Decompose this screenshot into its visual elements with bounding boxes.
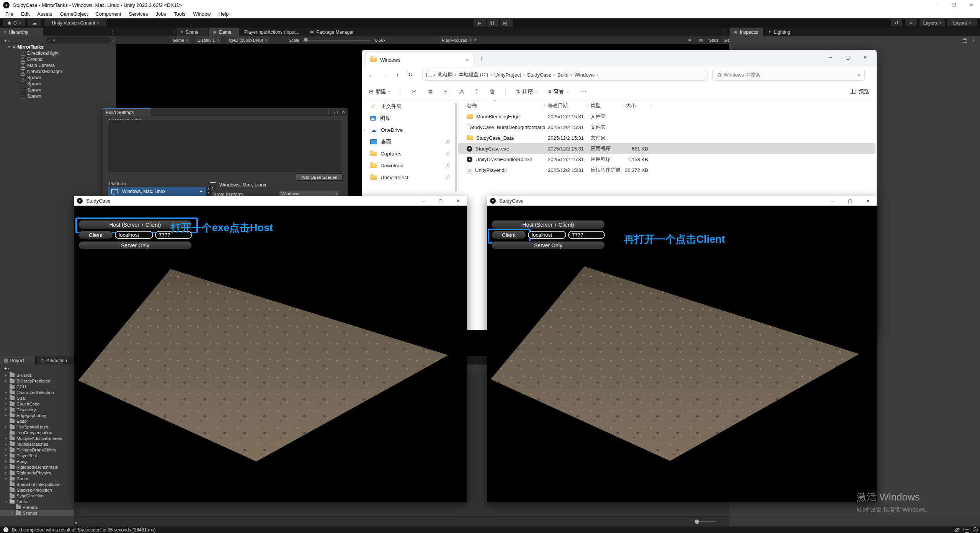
preview-button[interactable]: 预览 [850,88,869,95]
breadcrumb-item[interactable]: 此电脑› [435,71,456,78]
status-message[interactable]: Build completed with a result of 'Succee… [12,527,155,533]
port-input[interactable] [568,231,605,239]
tab-project[interactable]: ▤Project [0,356,35,365]
sidebar-item[interactable]: › 主文件夹 [362,100,457,112]
view-dropdown[interactable]: ≡查看 [548,88,569,95]
breadcrumb-item[interactable]: 本地磁盘 (C:)› [456,71,492,78]
sidebar-item[interactable]: › UnityProject [362,172,457,183]
scroll-down-icon[interactable]: ▼ [74,521,78,525]
layers-dropdown[interactable]: Layers [920,19,945,26]
hierarchy-item-row[interactable]: Main Camera [0,62,116,69]
debug-icon[interactable]: ✳ [474,36,477,44]
tab-scene[interactable]: #Scene [177,28,208,36]
menu-item[interactable]: Assets [33,11,56,17]
project-folder-row[interactable]: EdgegapLobby [0,412,74,418]
expand-arrow-icon[interactable] [5,471,10,474]
project-folder-row[interactable]: RigidbodyBenchmark [0,464,74,470]
menu-item[interactable]: GameObject [56,11,91,17]
close-icon[interactable]: ✕ [342,110,345,114]
address-input[interactable] [528,231,566,239]
project-folder-row[interactable]: RigidbodyPhysics [0,470,74,476]
file-row[interactable]: MonoBleedingEdge 2025/12/2 15:31 文件夹 [458,111,875,122]
expand-arrow-icon[interactable]: ▼ [7,45,11,49]
tab-game[interactable]: ◉Game [209,28,239,36]
project-folder-row[interactable]: Pong [0,458,74,464]
step-button[interactable]: ▶▏ [500,19,513,27]
maximize-icon[interactable]: ▢ [839,50,856,65]
platform-item-selected[interactable]: Windows, Mac, Linux ✦ [108,187,206,196]
project-folder-row[interactable]: HexSpatialHash [0,424,74,430]
column-type[interactable]: 类型 [588,102,623,109]
delete-icon[interactable]: 🗑 [490,88,495,95]
column-date[interactable]: 修改日期 [545,102,588,109]
minimize-icon[interactable]: ─ [414,196,432,206]
project-folder-row[interactable]: Snapshot Interpolation [0,481,74,487]
undo-history-button[interactable]: ↺ [891,19,902,26]
hierarchy-scene-row[interactable]: ▼ ✶ MirrorTanks [0,44,116,50]
project-folder-row[interactable]: CouchCoop [0,401,74,407]
project-folder-row[interactable]: SyncDirection [0,493,74,499]
file-row[interactable]: StudyCase.exe 2025/12/2 15:31 应用程序 651 K… [458,143,875,154]
expand-arrow-icon[interactable] [5,500,10,503]
hierarchy-item-row[interactable]: Ground [0,56,116,62]
expand-arrow-icon[interactable] [5,425,10,428]
back-icon[interactable]: ← [365,72,378,78]
lock-icon[interactable] [963,39,967,43]
expand-arrow-icon[interactable] [5,396,10,400]
sidebar-item[interactable]: › Captures [362,148,457,160]
expand-arrow-icon[interactable] [5,414,10,417]
explorer-search-input[interactable] [717,72,858,78]
file-row[interactable]: StudyCase_Data 2025/12/2 15:31 文件夹 [458,132,875,143]
expand-arrow-icon[interactable] [11,511,16,515]
expand-arrow-icon[interactable] [5,477,10,480]
project-folder-row[interactable]: StackedPrediction [0,487,74,493]
hierarchy-item-row[interactable]: Spawn [0,75,116,81]
file-row[interactable]: UnityPlayer.dll 2025/12/2 15:31 应用程序扩展 3… [458,165,875,175]
server-only-button[interactable]: Server Only [492,241,605,249]
hierarchy-item-row[interactable]: Spawn [0,81,116,87]
menu-item[interactable]: File [2,11,17,17]
maximize-icon[interactable]: ▢ [334,110,338,114]
project-folder-row[interactable]: CCU [0,384,74,389]
sidebar-item[interactable]: › 桌面 [362,136,457,148]
sidebar-item[interactable]: › 图库 [362,112,457,124]
address-input[interactable] [115,231,153,239]
more-icon[interactable]: ⋯ [581,88,586,95]
breadcrumb-item[interactable]: UnityProject› [492,71,525,78]
scale-slider[interactable] [303,40,371,41]
cloud-button[interactable]: ☁ [28,19,41,26]
project-folder-row[interactable]: Editor [0,418,74,424]
breadcrumb-item[interactable]: Windows› [572,71,598,78]
add-asset-button[interactable]: ＋▾ [3,365,10,372]
expand-arrow-icon[interactable] [5,448,10,451]
close-icon[interactable]: ✕ [963,0,980,10]
hierarchy-item-row[interactable]: Directional light [0,50,116,56]
breadcrumb-item[interactable]: Build› [555,71,572,78]
sort-dropdown[interactable]: ⇅排序 [516,88,538,95]
sidebar-item[interactable]: › Download [362,160,457,172]
maximize-icon[interactable]: ▢ [841,196,859,206]
expand-arrow-icon[interactable] [5,379,10,383]
server-only-button[interactable]: Server Only [78,241,192,249]
display-dropdown[interactable]: Display 1 [195,36,221,44]
tab-package-manager[interactable]: ▣Package Manager [306,28,364,36]
panel-menu-icon[interactable]: ⋮ [972,38,976,43]
build-settings-tab[interactable]: Build Settings [103,108,151,116]
menu-item[interactable]: Jobs [152,11,170,17]
expand-arrow-icon[interactable] [5,442,10,446]
file-row[interactable]: UnityCrashHandler64.exe 2025/12/2 15:31 … [458,154,875,165]
client-button[interactable]: Client [78,231,113,239]
project-folder-row[interactable]: PlayerTest [0,453,74,458]
explorer-tab[interactable]: Windows ✕ [366,53,473,67]
hierarchy-search[interactable]: ⌕ [46,37,112,43]
progress-check-icon[interactable]: ✓ [973,527,978,532]
new-button[interactable]: ⊕新建 [369,88,390,95]
breadcrumb-item[interactable]: StudyCase› [525,71,555,78]
menu-item[interactable]: Tools [170,11,189,17]
project-folder-row[interactable]: PickupsDropsChilds [0,447,74,453]
paste-icon[interactable]: ⎗ [444,88,448,95]
column-name[interactable]: 名称 [464,102,545,109]
tab-lighting[interactable]: ☀Lighting [764,28,795,36]
breadcrumb[interactable]: › 此电脑› 本地磁盘 (C:)› UnityProject› [422,69,708,81]
minimize-icon[interactable]: ─ [824,196,841,206]
